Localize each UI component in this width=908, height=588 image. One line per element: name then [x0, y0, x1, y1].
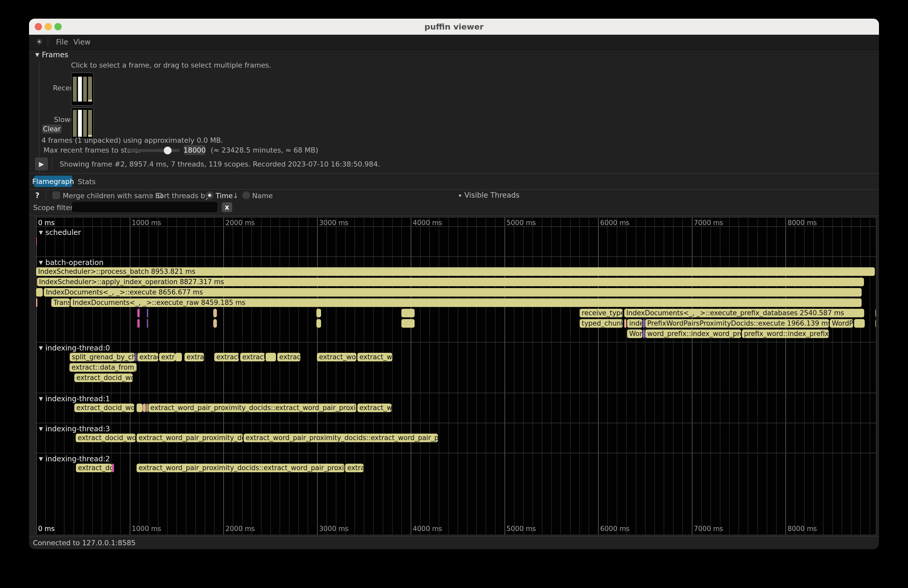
flame-bar[interactable]: extract_word_pair_proximity_docids::extr… [243, 434, 438, 442]
merge-children-checkbox[interactable] [52, 191, 60, 199]
flame-bar[interactable]: extract_docid_word [74, 374, 133, 382]
help-button[interactable]: ? [35, 191, 39, 200]
flame-bar[interactable]: IndexDocuments<_, _>::execute_prefix_dat… [624, 309, 864, 317]
theme-toggle-icon[interactable]: ☀ [36, 37, 43, 47]
flame-bar[interactable] [137, 319, 140, 328]
flame-bar[interactable]: extract_word_pair_proximity_docids [137, 434, 243, 442]
frame-bar[interactable] [73, 77, 77, 101]
flame-bar[interactable] [624, 319, 626, 328]
flame-bar[interactable]: Word [627, 329, 642, 338]
sort-direction-arrow-icon[interactable]: ↓ [233, 192, 239, 200]
flame-bar[interactable]: WordPr [830, 319, 853, 328]
flame-bar[interactable]: extrac [345, 464, 364, 472]
flame-bar[interactable]: split_grenad_by_chun [70, 353, 135, 361]
flame-bar[interactable]: extract_ [240, 353, 265, 361]
flame-bar[interactable] [137, 403, 143, 412]
frame-bar-selected[interactable] [78, 77, 82, 101]
flame-bar[interactable] [112, 464, 114, 472]
frame-bar-selected[interactable] [78, 110, 82, 137]
flame-bar[interactable]: PrefixWordPairsProximityDocids::execute … [645, 319, 829, 328]
flame-bar[interactable]: IndexDocuments<_, _>::execute_raw 8459.1… [71, 299, 861, 307]
flame-bar[interactable]: extract_docid_word [74, 403, 134, 412]
flame-bar[interactable] [643, 319, 645, 328]
flame-bar[interactable] [316, 319, 321, 328]
sort-time-label[interactable]: Time [216, 192, 233, 200]
menu-view[interactable]: View [73, 38, 90, 47]
clear-filter-button[interactable]: x [222, 202, 232, 212]
flame-bar[interactable] [36, 237, 37, 246]
flame-bar[interactable] [875, 309, 876, 317]
slider-knob[interactable] [164, 146, 172, 154]
frame-bar[interactable] [73, 110, 77, 137]
flamegraph-panel[interactable]: 0 ms1000 ms2000 ms3000 ms4000 ms5000 ms6… [35, 217, 876, 535]
tab-flamegraph[interactable]: Flamegraph [34, 176, 72, 187]
thread-section-header[interactable]: ▼indexing-thread:0 [39, 344, 110, 352]
slowest-frames-thumbnail[interactable] [71, 108, 94, 139]
menu-file[interactable]: File [56, 38, 68, 47]
flame-bar[interactable]: extract_doc [76, 464, 112, 472]
flame-bar[interactable] [36, 288, 43, 297]
thread-section-header[interactable]: ▼indexing-thread:1 [39, 394, 110, 403]
flame-bar[interactable] [147, 319, 148, 328]
flame-bar[interactable] [213, 319, 217, 328]
play-button[interactable]: ▶ [35, 157, 48, 170]
thread-section-header[interactable]: ▼indexing-thread:3 [39, 424, 110, 433]
flame-bar[interactable]: index [627, 319, 642, 328]
flame-bar[interactable] [875, 319, 876, 328]
flame-bar[interactable]: extract_word [317, 353, 356, 361]
sort-name-label[interactable]: Name [252, 192, 273, 200]
thread-section-header[interactable]: ▼scheduler [39, 228, 81, 237]
flame-bar[interactable] [643, 329, 645, 338]
flame-bar[interactable]: extract_docid_word [76, 434, 135, 442]
flame-bar[interactable] [401, 319, 415, 328]
collapse-triangle-icon: ▼ [35, 51, 39, 58]
thread-section-header[interactable]: ▼batch-operation [39, 258, 104, 267]
recent-frames-thumbnail[interactable] [71, 72, 94, 106]
sort-time-radio[interactable] [206, 191, 214, 199]
flame-bar[interactable]: extract::data_from_ob [69, 363, 137, 372]
frame-bar[interactable] [83, 77, 87, 101]
flame-bar[interactable]: extract_wo [357, 353, 392, 361]
flame-bar[interactable]: prefix_word::index_prefix_wo [742, 329, 829, 338]
flame-bar[interactable]: word_prefix::index_word_prefix_ [645, 329, 741, 338]
flame-bar[interactable] [147, 309, 148, 317]
flame-bar[interactable]: IndexDocuments<_, _>::execute 8656.677 m… [44, 288, 861, 297]
gridline [786, 218, 786, 535]
flame-bar[interactable]: extra [159, 353, 175, 361]
flame-bar[interactable] [175, 353, 182, 361]
flame-bar[interactable]: typed_chunk::w [580, 319, 623, 328]
flame-bar[interactable] [854, 319, 865, 328]
thread-section-header[interactable]: ▼indexing-thread:2 [39, 454, 110, 463]
clear-button[interactable]: Clear [42, 125, 62, 133]
flame-bar[interactable]: Trans [51, 299, 70, 307]
flame-bar[interactable] [147, 403, 148, 412]
frames-section-header[interactable]: ▼ Frames [35, 50, 68, 59]
flame-bar[interactable]: extract_word_pair_proximity_docids::extr… [148, 403, 356, 412]
flame-bar[interactable] [316, 309, 321, 317]
max-recent-value[interactable]: 18000 [184, 145, 206, 155]
flame-bar[interactable] [135, 353, 137, 361]
frame-bar[interactable] [88, 77, 92, 101]
flame-bar[interactable]: extract_word_pair_proximity_docids::extr… [137, 464, 345, 472]
flame-bar[interactable]: IndexScheduler>::process_batch 8953.821 … [36, 267, 875, 276]
tab-stats[interactable]: Stats [78, 178, 96, 186]
flame-bar[interactable]: receive_typed_ [580, 309, 623, 317]
visible-threads-header[interactable]: ▸ Visible Threads [459, 191, 520, 199]
scope-filter-input[interactable] [72, 202, 217, 212]
flame-bar[interactable] [137, 309, 140, 317]
flame-bar[interactable]: extract [277, 353, 300, 361]
sort-name-radio[interactable] [242, 191, 250, 199]
flame-bar[interactable] [36, 299, 37, 307]
frame-bar[interactable] [88, 110, 92, 137]
flame-bar[interactable]: extract_ [214, 353, 239, 361]
flame-bar[interactable]: extract_wo [357, 403, 391, 412]
flame-bar[interactable] [401, 309, 415, 317]
max-recent-slider[interactable] [127, 149, 180, 152]
flame-bar[interactable]: extract [137, 353, 158, 361]
flame-bar[interactable] [143, 403, 146, 412]
flame-bar[interactable]: extrac [185, 353, 204, 361]
flame-bar[interactable] [213, 309, 217, 317]
flame-bar[interactable]: IndexScheduler>::apply_index_operation 8… [37, 278, 864, 286]
frame-bar[interactable] [83, 110, 87, 137]
flame-bar[interactable] [266, 353, 276, 361]
